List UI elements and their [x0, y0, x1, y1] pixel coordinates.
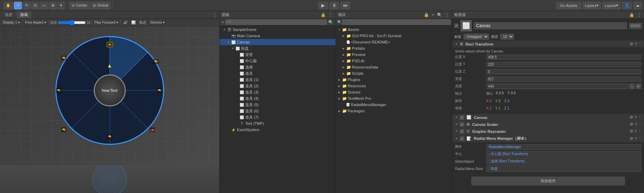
folder-textmesh[interactable]: ▶ 📁 TextMesh Pro — [336, 95, 452, 102]
tree-item-maincamera[interactable]: 📷 Main Camera — [220, 33, 336, 39]
pos-x-field[interactable] — [486, 55, 641, 60]
tree-item-beijing[interactable]: ⬜ 背景 — [220, 51, 336, 58]
file-radialmenumanager[interactable]: 📝 RadialMenuManager — [336, 102, 452, 108]
scale-slider[interactable] — [58, 21, 86, 24]
rect-transform-header[interactable]: ▼ ⊞ Rect Transform ⚙ ? ⋮ — [452, 41, 644, 47]
layer-select[interactable]: UI — [500, 34, 514, 40]
hierarchy-search-icon[interactable]: 🔍 — [328, 20, 334, 25]
move-tool[interactable]: ✛ — [14, 2, 22, 9]
tree-item-xuanze[interactable]: ⬜ 选择 — [220, 64, 336, 70]
tree-item-daoju5[interactable]: ⬜ 道具 (5) — [220, 102, 336, 108]
play-focused-btn[interactable]: Play Focused ▾ — [93, 20, 119, 25]
project-lock-btn[interactable]: 🔒 — [423, 13, 430, 17]
rect-overflow-btn[interactable]: ⋮ — [638, 42, 642, 46]
height-field[interactable] — [486, 83, 628, 89]
pause-button[interactable]: ⏸ — [329, 2, 339, 9]
folder-guipro[interactable]: ▶ 📁 GUI PRO Kit - Sci-Fi Survival — [336, 33, 452, 39]
radial-menu-checkbox[interactable]: ✓ — [460, 137, 464, 141]
inspector-lock-btn[interactable]: 🔒 — [628, 13, 635, 17]
tree-item-daoju6[interactable]: ⬜ 道具 (6) — [220, 108, 336, 114]
tree-item-daoju7[interactable]: ⬜ 道具 (7) — [220, 114, 336, 120]
tree-item-text-tmp[interactable]: T Text (TMP) — [220, 120, 336, 127]
tree-item-canvas[interactable]: ▼ ⬜ Canvas — [220, 39, 336, 45]
folder-resources[interactable]: ▶ 📁 Resources — [336, 83, 452, 89]
tree-item-eventsystem[interactable]: ⚡ EventSystem — [220, 127, 336, 133]
project-menu-btn[interactable]: ⋮ — [444, 13, 450, 17]
rect-settings-btn[interactable]: ⚙ — [630, 42, 633, 46]
canvas-scaler-checkbox[interactable]: ✓ — [460, 122, 464, 127]
graphic-raycaster-settings-btn[interactable]: ⚙ — [630, 129, 633, 134]
inspector-menu-btn[interactable]: ⋮ — [636, 13, 642, 17]
folder-scripts[interactable]: ▶ 📁 Scripts — [336, 70, 452, 77]
graphic-raycaster-overflow-btn[interactable]: ⋮ — [638, 129, 642, 134]
tree-item-daoju1[interactable]: ⬜ 道具 (1) — [220, 77, 336, 83]
project-add-btn[interactable]: + — [431, 13, 435, 17]
project-search-btn[interactable]: 🔍 — [436, 13, 443, 17]
folder-psd[interactable]: ▶ 📁 PSD,AI — [336, 58, 452, 64]
display-btn[interactable]: Display 1 ▾ — [1, 20, 21, 25]
graphic-raycaster-info-btn[interactable]: ? — [635, 129, 637, 134]
folder-packages[interactable]: ▶ 📁 Packages — [336, 108, 452, 114]
hierarchy-add-btn[interactable]: + — [221, 20, 225, 25]
layout-btn[interactable]: Layout ▾ — [602, 2, 621, 9]
hierarchy-lock-btn[interactable]: 🔒 — [320, 13, 327, 17]
width-field[interactable] — [486, 77, 641, 82]
status-btn[interactable]: 状态 — [138, 20, 148, 25]
play-button[interactable]: ▶ — [318, 2, 328, 9]
cloud-btn[interactable]: ☁ — [633, 2, 642, 9]
tab-scene[interactable]: 场景 — [1, 11, 16, 18]
pos-z-field[interactable] — [486, 69, 641, 74]
pos-y-field[interactable] — [486, 62, 641, 67]
hand-tool[interactable]: ✋ — [3, 2, 13, 9]
tab-game[interactable]: 游戏 — [17, 11, 31, 18]
radial-menu-overflow-btn[interactable]: ⋮ — [638, 136, 642, 141]
transform-tool[interactable]: ⊕ — [49, 2, 57, 9]
rect-tool[interactable]: ▭ — [40, 2, 48, 9]
canvas-checkbox[interactable]: ✓ — [460, 115, 464, 120]
stats-btn[interactable]: 📊 — [130, 20, 137, 25]
canvas-comp-header[interactable]: ▼ ✓ ⬜ Canvas ⚙ ? ⋮ — [452, 114, 644, 121]
radial-menu-header[interactable]: ▼ ✓ 📝 Radial Menu Manager（脚本） ⚙ ? ⋮ — [452, 135, 644, 142]
layers-btn[interactable]: Layers ▾ — [583, 2, 601, 9]
audio-btn[interactable]: 🔊 — [122, 20, 129, 25]
scale-tool[interactable]: ⊡ — [31, 2, 39, 9]
tag-select[interactable]: Untagged — [463, 34, 489, 40]
hierarchy-search-input[interactable] — [225, 19, 327, 25]
aspect-btn[interactable]: Free Aspect ▾ — [24, 20, 48, 25]
global-btn[interactable]: ◎ Global — [90, 2, 111, 9]
rotate-tool[interactable]: ↻ — [23, 2, 31, 9]
folder-assets[interactable]: ▼ 📁 Assets — [336, 26, 452, 33]
canvas-scaler-header[interactable]: ▼ ✓ ⊞ Canvas Scaler ⚙ ? ⋮ — [452, 121, 644, 128]
folder-preview[interactable]: ▶ 📁 Preview — [336, 51, 452, 58]
tree-item-daoju3[interactable]: ⬜ 道具 (3) — [220, 89, 336, 95]
tool-dropdown[interactable]: ▾ — [58, 2, 65, 9]
graphic-raycaster-checkbox[interactable]: ✓ — [460, 129, 464, 134]
folder-prefabs[interactable]: ▶ 📁 Prefabs — [336, 45, 452, 51]
rect-info-btn[interactable]: ? — [635, 42, 637, 46]
tree-item-daoju2[interactable]: ⬜ 道具 (2) — [220, 83, 336, 89]
canvas-overflow-btn[interactable]: ⋮ — [638, 115, 642, 120]
height-anchor-btn[interactable]: R — [636, 83, 641, 89]
account-btn[interactable]: 👤 — [622, 2, 632, 9]
tree-item-daoju4[interactable]: ⬜ 道具 (4) — [220, 95, 336, 102]
folder-plugins[interactable]: ▶ 📁 Plugins — [336, 77, 452, 83]
radial-menu-info-btn[interactable]: ? — [635, 137, 637, 141]
project-search-input[interactable] — [342, 19, 451, 25]
width-anchor-btn[interactable]: ↔ — [629, 83, 635, 89]
canvas-scaler-info-btn[interactable]: ? — [635, 122, 637, 127]
hierarchy-menu-btn[interactable]: ⋮ — [328, 13, 333, 17]
folder-resourcesdata[interactable]: ▶ 📁 ResourcesData — [336, 64, 452, 70]
canvas-settings-btn[interactable]: ⚙ — [630, 115, 633, 120]
canvas-info-btn[interactable]: ? — [635, 115, 637, 120]
tree-item-samplescene[interactable]: ▼ 🎬 SampleScene — [220, 26, 336, 33]
graphic-raycaster-header[interactable]: ▼ ✓ ⊡ Graphic Raycaster ⚙ ? ⋮ — [452, 128, 644, 135]
file-document[interactable]: 📄 +Document README+ — [336, 39, 452, 45]
step-button[interactable]: ⏭ — [340, 2, 350, 9]
radial-menu-settings-btn[interactable]: ⚙ — [630, 136, 633, 141]
tree-item-zhongxinyuan[interactable]: ⬜ 中心圆 — [220, 58, 336, 64]
tree-item-daoju0[interactable]: ⬜ 道具 — [220, 70, 336, 77]
canvas-scaler-overflow-btn[interactable]: ⋮ — [638, 122, 642, 127]
folder-scenes[interactable]: ▶ 📁 Scenes — [336, 89, 452, 95]
gizmos-btn[interactable]: Gizmos ▾ — [149, 20, 166, 25]
add-component-btn[interactable]: 添加组件 — [471, 177, 625, 185]
